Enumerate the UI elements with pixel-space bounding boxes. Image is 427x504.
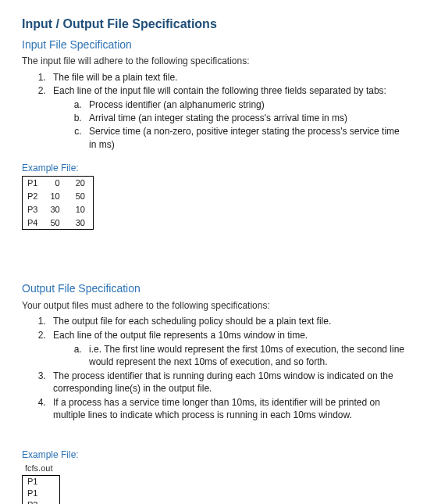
cell-service: 30 <box>71 216 94 230</box>
table-row: P2 10 50 <box>23 190 94 203</box>
table-row: P1 0 20 <box>23 176 94 189</box>
list-item: The process identifier that is running d… <box>48 370 405 395</box>
table-row: P2 <box>23 499 60 504</box>
list-item: If a process has a service time longer t… <box>48 396 405 421</box>
list-item-text: Each line of the output file represents … <box>53 330 308 341</box>
input-example-heading: Example File: <box>22 162 405 174</box>
cell-process: P2 <box>23 190 46 203</box>
input-example-table: P1 0 20 P2 10 50 P3 30 10 P4 50 30 <box>22 176 94 230</box>
output-list: The output file for each scheduling poli… <box>48 315 405 421</box>
list-item: Each line of the output file represents … <box>48 329 405 369</box>
cell-process: P1 <box>23 488 60 499</box>
cell-service: 10 <box>71 203 94 216</box>
input-sublist: Process identifier (an alphanumeric stri… <box>84 98 405 151</box>
table-row: P1 <box>23 488 60 499</box>
list-item: i.e. The first line would represent the … <box>84 343 405 368</box>
cell-service: 20 <box>71 176 94 189</box>
list-item: The output file for each scheduling poli… <box>48 315 405 327</box>
cell-service: 50 <box>71 190 94 203</box>
input-heading: Input File Specification <box>22 38 405 52</box>
output-heading: Output File Specification <box>22 281 405 296</box>
list-item: The file will be a plain text file. <box>48 71 405 84</box>
cell-arrival: 10 <box>45 190 70 203</box>
list-item-text: Each line of the input file will contain… <box>53 85 386 96</box>
input-intro: The input file will adhere to the follow… <box>22 55 405 67</box>
output-filename: fcfs.out <box>22 463 405 474</box>
input-list: The file will be a plain text file. Each… <box>48 71 405 151</box>
list-item: Each line of the input file will contain… <box>48 84 405 151</box>
cell-arrival: 30 <box>45 203 70 216</box>
cell-process: P1 <box>23 176 46 189</box>
cell-arrival: 50 <box>45 216 70 230</box>
cell-process: P1 <box>23 475 60 487</box>
list-item: Service time (a non-zero, positive integ… <box>84 125 405 150</box>
list-item: Arrival time (an integer stating the pro… <box>84 112 405 124</box>
cell-process: P4 <box>23 216 46 230</box>
output-example-table: P1 P1 P2 P2 P2 P2 P2 P3 P4 P4 P4 <box>22 475 60 504</box>
cell-process: P2 <box>23 499 60 504</box>
page-title: Input / Output File Specifications <box>22 16 405 33</box>
table-row: P4 50 30 <box>23 216 94 230</box>
list-item: Process identifier (an alphanumeric stri… <box>84 98 405 111</box>
cell-arrival: 0 <box>45 176 70 189</box>
output-intro: Your output files must adhere to the fol… <box>22 299 405 312</box>
cell-process: P3 <box>23 203 46 216</box>
table-row: P3 30 10 <box>23 203 94 216</box>
output-example-heading: Example File: <box>22 449 405 461</box>
output-sublist: i.e. The first line would represent the … <box>84 343 405 368</box>
table-row: P1 <box>23 475 60 487</box>
